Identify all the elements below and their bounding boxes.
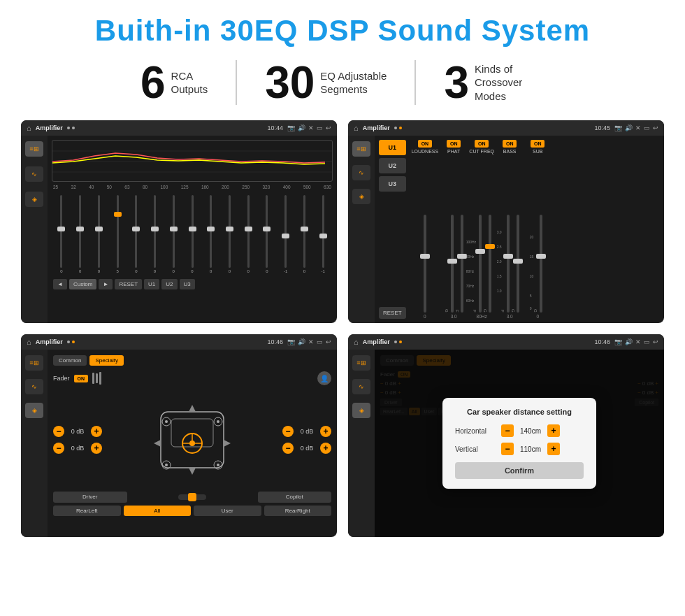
- back-icon-4[interactable]: ↩: [653, 338, 658, 345]
- eq-icon-2[interactable]: ≡⊞: [352, 141, 370, 157]
- eq-reset-btn[interactable]: RESET: [115, 279, 142, 289]
- home-icon-4[interactable]: ⌂: [354, 338, 359, 346]
- left-top-plus[interactable]: +: [91, 426, 102, 437]
- wave-icon-4[interactable]: ∿: [352, 379, 370, 394]
- rearright-btn[interactable]: RearRight: [264, 506, 332, 516]
- eq-play-btn[interactable]: ►: [99, 279, 113, 289]
- eq-u1-btn[interactable]: U1: [144, 279, 159, 289]
- stat-eq-desc: EQ Adjustable Segments: [320, 69, 387, 96]
- right-bottom-val: 0 dB: [296, 445, 317, 452]
- back-icon[interactable]: ↩: [326, 124, 331, 131]
- main-title: Buith-in 30EQ DSP Sound System: [21, 14, 664, 48]
- eq-slider-6[interactable]: 0: [165, 195, 182, 273]
- eq-slider-12[interactable]: -1: [277, 195, 294, 273]
- eq-slider-7[interactable]: 0: [184, 195, 201, 273]
- right-top-plus[interactable]: +: [320, 426, 331, 437]
- left-bottom-minus[interactable]: −: [53, 443, 64, 454]
- cutfreq-on[interactable]: ON: [475, 140, 489, 148]
- eq-slider-1[interactable]: 0: [72, 195, 89, 273]
- horizontal-row: Horizontal − 140cm +: [455, 424, 584, 437]
- fader-label: Fader: [53, 375, 70, 382]
- all-btn[interactable]: All: [124, 506, 192, 516]
- tab-common[interactable]: Common: [53, 355, 87, 366]
- eq-slider-8[interactable]: 0: [203, 195, 219, 273]
- eq-slider-10[interactable]: 0: [240, 195, 257, 273]
- topbar-icons-2: 📷 🔊 ✕ ▭ ↩: [614, 124, 658, 131]
- copilot-btn[interactable]: Copilot: [258, 492, 332, 503]
- loudness-on[interactable]: ON: [418, 140, 433, 148]
- sub-label: SUB: [533, 149, 542, 154]
- svg-point-15: [165, 464, 168, 466]
- driver-btn[interactable]: Driver: [53, 492, 127, 503]
- eq-icon-4[interactable]: ≡⊞: [352, 355, 370, 371]
- home-icon-3[interactable]: ⌂: [27, 338, 31, 346]
- bass-on[interactable]: ON: [503, 140, 517, 148]
- tab-specialty[interactable]: Specialty: [89, 355, 123, 366]
- wave-icon-2[interactable]: ∿: [352, 165, 370, 180]
- home-icon[interactable]: ⌂: [27, 124, 31, 132]
- eq-icon[interactable]: ≡⊞: [25, 141, 43, 157]
- eq-u3-btn[interactable]: U3: [180, 279, 195, 289]
- eq-slider-13[interactable]: 0: [296, 195, 313, 273]
- bass-label: BASS: [503, 149, 517, 154]
- topbar-icons-4: 📷 🔊 ✕ ▭ ↩: [614, 338, 658, 345]
- svg-rect-23: [188, 493, 196, 501]
- left-bottom-val: 0 dB: [67, 445, 88, 452]
- eq-slider-0[interactable]: 0: [53, 195, 70, 273]
- vertical-plus[interactable]: +: [547, 443, 560, 455]
- home-icon-2[interactable]: ⌂: [354, 124, 359, 132]
- screen4-dialog: ⌂ Amplifier 10:46 📷 🔊 ✕ ▭ ↩ ≡⊞: [348, 334, 664, 537]
- left-top-val: 0 dB: [67, 428, 88, 435]
- horizontal-minus[interactable]: −: [501, 424, 514, 437]
- horizontal-plus[interactable]: +: [547, 424, 560, 437]
- eq-sliders: 0 0 0 5: [52, 192, 333, 276]
- stat-crossover-number: 3: [444, 60, 469, 105]
- ctrl-bass: ON BASS F 3.0 2.5 2.0 1.5 1.0: [497, 140, 522, 319]
- camera-icon: 📷: [287, 124, 295, 131]
- left-top-minus[interactable]: −: [53, 426, 64, 437]
- back-icon-2[interactable]: ↩: [653, 124, 658, 131]
- speaker-icon-3[interactable]: ◈: [25, 403, 43, 418]
- sub-on[interactable]: ON: [531, 140, 545, 148]
- eq-slider-5[interactable]: 0: [147, 195, 164, 273]
- left-bottom-plus[interactable]: +: [91, 443, 102, 454]
- s2-reset-btn[interactable]: RESET: [379, 307, 406, 319]
- user-btn[interactable]: User: [194, 506, 261, 516]
- eq-custom-btn[interactable]: Custom: [69, 279, 97, 289]
- camera-icon-3: 📷: [287, 338, 295, 345]
- eq-slider-9[interactable]: 0: [222, 195, 238, 273]
- wave-icon[interactable]: ∿: [25, 166, 43, 182]
- eq-graph: [52, 140, 333, 182]
- wave-icon-3[interactable]: ∿: [25, 379, 43, 394]
- left-bottom-vol: − 0 dB +: [53, 443, 102, 454]
- eq-slider-11[interactable]: 0: [259, 195, 275, 273]
- eq-slider-2[interactable]: 0: [90, 195, 107, 273]
- u3-preset[interactable]: U3: [379, 176, 406, 192]
- u2-preset[interactable]: U2: [379, 158, 406, 173]
- horizontal-value: 140cm: [517, 427, 545, 435]
- horizontal-stepper: − 140cm +: [501, 424, 560, 437]
- car-svg: [147, 391, 238, 489]
- eq-u2-btn[interactable]: U2: [161, 279, 177, 289]
- right-top-minus[interactable]: −: [282, 426, 294, 437]
- eq-slider-14[interactable]: -1: [315, 195, 331, 273]
- eq-prev-btn[interactable]: ◄: [53, 279, 67, 289]
- back-icon-3[interactable]: ↩: [326, 338, 331, 345]
- speaker-icon-4[interactable]: ◈: [352, 403, 370, 418]
- fader-on-btn[interactable]: ON: [74, 375, 89, 382]
- stat-crossover-desc: Kinds of Crossover Modes: [475, 62, 545, 103]
- eq-slider-4[interactable]: 0: [128, 195, 145, 273]
- ctrl-phat: ON PHAT G F: [441, 140, 466, 319]
- eq-icon-3[interactable]: ≡⊞: [25, 355, 43, 371]
- speaker-icon[interactable]: ◈: [25, 192, 43, 207]
- phat-on[interactable]: ON: [447, 140, 461, 148]
- rearleft-btn[interactable]: RearLeft: [53, 506, 121, 516]
- confirm-button[interactable]: Confirm: [455, 462, 584, 479]
- right-bottom-minus[interactable]: −: [282, 443, 294, 454]
- u1-preset[interactable]: U1: [379, 140, 406, 155]
- eq-slider-3[interactable]: 5: [109, 195, 126, 273]
- right-bottom-plus[interactable]: +: [320, 443, 331, 454]
- vertical-minus[interactable]: −: [501, 443, 514, 455]
- left-top-vol: − 0 dB +: [53, 426, 102, 437]
- speaker-icon-2[interactable]: ◈: [352, 189, 370, 204]
